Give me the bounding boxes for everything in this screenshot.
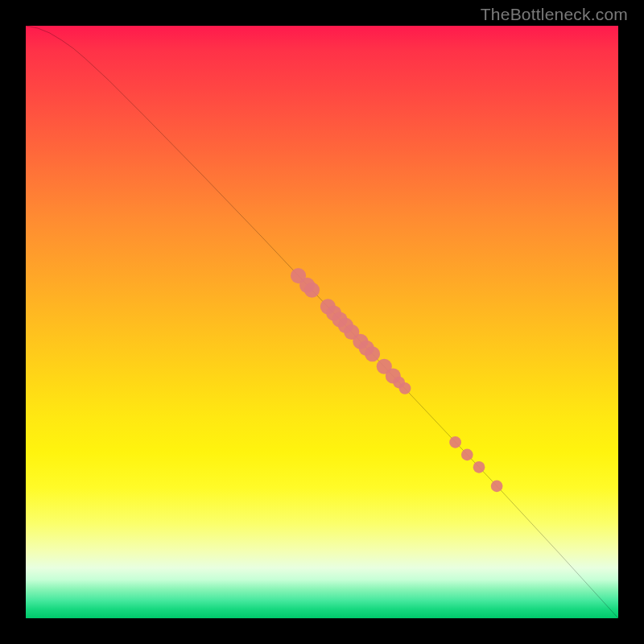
- highlight-point: [473, 461, 485, 473]
- highlight-point: [365, 346, 380, 361]
- highlight-points-group: [291, 268, 502, 492]
- chart-frame: TheBottleneck.com: [0, 0, 644, 644]
- watermark-label: TheBottleneck.com: [481, 5, 628, 24]
- bottleneck-curve: [26, 26, 618, 618]
- highlight-point: [449, 436, 461, 448]
- highlight-point: [491, 481, 503, 493]
- highlight-point: [461, 449, 473, 461]
- plot-area: [26, 26, 618, 618]
- highlight-point: [399, 382, 411, 394]
- chart-overlay-svg: [26, 26, 618, 618]
- highlight-point: [304, 283, 320, 298]
